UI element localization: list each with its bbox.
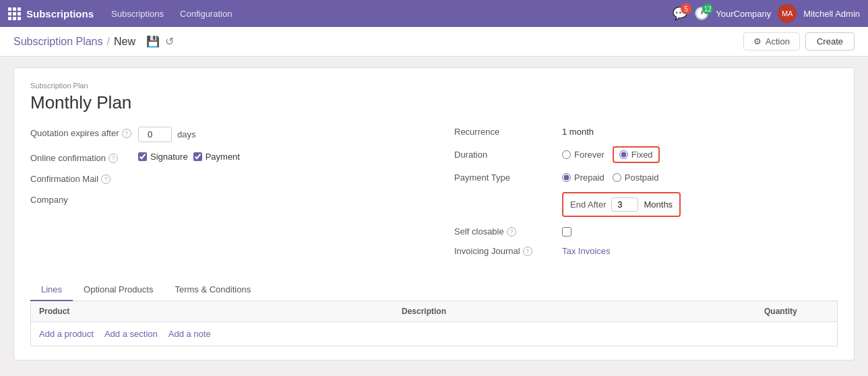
table-add-row: Add a product Add a section Add a note [31,322,837,346]
fixed-radio-label[interactable]: Fixed [619,150,653,160]
self-closable-label: Self closable ? [454,226,562,237]
prepaid-radio-label[interactable]: Prepaid [562,173,604,183]
quotation-days-input[interactable] [138,127,172,142]
app-grid-button[interactable]: Subscriptions [8,7,94,20]
end-after-label: End After [570,199,606,210]
postpaid-radio-label[interactable]: Postpaid [613,173,659,183]
action-label: Action [766,36,790,46]
payment-checkbox[interactable] [193,152,202,161]
company-row: Company [30,193,414,205]
forever-radio-label[interactable]: Forever [562,150,604,160]
add-note-link[interactable]: Add a note [168,329,211,339]
username: Mitchell Admin [803,9,860,19]
avatar[interactable]: MA [778,4,797,23]
breadcrumb-parent[interactable]: Subscription Plans [13,36,103,48]
prepaid-radio[interactable] [562,173,571,182]
fixed-radio[interactable] [619,150,628,159]
form-title[interactable]: Monthly Plan [30,92,838,113]
breadcrumb-current: New [114,36,135,48]
online-confirmation-value: Signature Payment [138,152,414,162]
form-body: Quotation expires after ? days Online co… [30,127,838,265]
menu-subscriptions[interactable]: Subscriptions [104,6,170,22]
form-left: Quotation expires after ? days Online co… [30,127,441,265]
recurrence-row: Recurrence 1 month [454,127,838,137]
signature-label: Signature [150,152,188,162]
quotation-expires-row: Quotation expires after ? days [30,127,414,142]
invoicing-journal-link[interactable]: Tax Invoices [562,246,611,256]
self-closable-help-icon[interactable]: ? [507,227,516,237]
main-content: Subscription Plan Monthly Plan Quotation… [0,57,868,371]
self-closable-value [562,227,571,237]
grid-icon [8,7,21,20]
tab-lines[interactable]: Lines [30,279,73,301]
form-subtitle: Subscription Plan [30,82,838,90]
duration-label: Duration [454,150,562,160]
messages-button[interactable]: 💬 5 [673,6,687,21]
quotation-unit: days [177,129,195,139]
quotation-label: Quotation expires after ? [30,127,138,138]
invoicing-journal-label: Invoicing Journal ? [454,246,562,256]
online-confirmation-row: Online confirmation ? Signature Payment [30,152,414,163]
messages-badge: 5 [681,3,691,14]
signature-checkbox-label[interactable]: Signature [138,152,188,162]
confirmation-mail-label: Confirmation Mail ? [30,173,138,184]
clock-badge: 12 [702,3,713,14]
end-after-unit: Months [644,199,673,210]
payment-checkbox-label[interactable]: Payment [193,152,240,162]
end-after-row: End After Months [454,192,838,217]
company-name[interactable]: YourCompany [716,9,771,19]
form-card: Subscription Plan Monthly Plan Quotation… [13,67,855,361]
breadcrumb-icons: 💾 ↺ [146,35,174,48]
invoicing-journal-help-icon[interactable]: ? [523,247,532,256]
action-button[interactable]: ⚙ Action [743,32,800,51]
quotation-help-icon[interactable]: ? [122,129,131,138]
payment-type-row: Payment Type Prepaid Postpaid [454,173,838,183]
form-right: Recurrence 1 month Duration Forever [441,127,838,265]
postpaid-label: Postpaid [625,173,659,183]
tab-terms-conditions[interactable]: Terms & Conditions [164,279,261,301]
clock-button[interactable]: 🕐 12 [694,6,709,21]
prepaid-label: Prepaid [574,173,604,183]
breadcrumb-separator: / [107,36,110,48]
add-section-link[interactable]: Add a section [104,329,158,339]
company-label: Company [30,193,138,205]
tab-optional-products[interactable]: Optional Products [73,279,164,301]
gear-icon: ⚙ [753,36,762,46]
end-after-box: End After Months [562,192,681,217]
discard-button[interactable]: ↺ [165,35,174,48]
duration-row: Duration Forever Fixed [454,146,838,163]
signature-checkbox[interactable] [138,152,147,161]
add-product-link[interactable]: Add a product [39,329,94,339]
breadcrumb: Subscription Plans / New [13,36,135,48]
quotation-value: days [138,127,414,142]
recurrence-value: 1 month [562,127,594,137]
breadcrumb-actions: ⚙ Action Create [743,32,855,51]
table-area: Product Description Quantity Add a produ… [30,301,838,346]
confirmation-mail-help-icon[interactable]: ? [101,175,111,184]
menu-configuration[interactable]: Configuration [173,6,239,22]
self-closable-row: Self closable ? [454,226,838,237]
top-navigation: Subscriptions Subscriptions Configuratio… [0,0,868,27]
duration-value: Forever Fixed [562,146,660,163]
online-confirmation-label: Online confirmation ? [30,152,138,163]
col-product: Product [31,301,394,321]
topnav-right-section: 💬 5 🕐 12 YourCompany MA Mitchell Admin [673,4,860,23]
col-description: Description [394,301,756,321]
top-menu: Subscriptions Configuration [104,6,239,22]
forever-label: Forever [574,150,604,160]
self-closable-checkbox[interactable] [562,227,571,237]
forever-radio[interactable] [562,150,571,159]
online-confirmation-help-icon[interactable]: ? [108,154,118,163]
payment-label: Payment [206,152,240,162]
postpaid-radio[interactable] [613,173,621,182]
app-name: Subscriptions [26,8,94,20]
recurrence-label: Recurrence [454,127,562,137]
end-after-input[interactable] [611,197,638,212]
col-quantity: Quantity [756,301,837,321]
fixed-radio-highlight: Fixed [613,146,660,163]
save-button[interactable]: 💾 [146,35,160,48]
payment-type-label: Payment Type [454,173,562,183]
payment-type-value: Prepaid Postpaid [562,173,658,183]
breadcrumb-bar: Subscription Plans / New 💾 ↺ ⚙ Action Cr… [0,27,868,57]
create-button[interactable]: Create [805,32,855,51]
